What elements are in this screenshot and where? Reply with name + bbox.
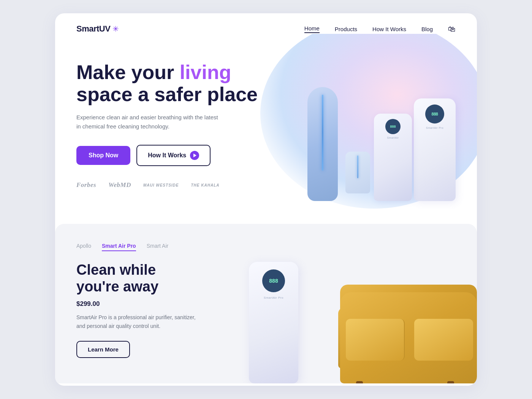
section-divider: [55, 212, 477, 224]
product-name: Clean while you're away: [76, 262, 221, 295]
hero-subtitle: Experience clean air and easier breathin…: [76, 113, 221, 131]
nav-how-it-works[interactable]: How It Works: [372, 26, 406, 32]
sofa-back: [340, 285, 477, 323]
nav-home[interactable]: Home: [304, 25, 320, 33]
tab-apollo[interactable]: Apollo: [76, 243, 91, 251]
display-medium: 888: [385, 119, 401, 134]
navbar: SmartUV ✳ Home Products How It Works Blo…: [55, 13, 477, 34]
how-it-works-button[interactable]: How It Works: [136, 145, 211, 166]
sofa-cushion-left: [346, 319, 405, 361]
hero-section: Make your living space a safer place Exp…: [55, 34, 477, 212]
brand-maui: MAUI WESTSIDE: [143, 183, 179, 187]
product-section: Apollo Smart Air Pro Smart Air Clean whi…: [55, 224, 477, 383]
sofa-arm-right: [462, 307, 477, 368]
ps-sofa: [332, 262, 477, 383]
product-group: 888 SmartAir Pro 888 SmartAir: [296, 57, 456, 201]
how-it-works-label: How It Works: [148, 152, 186, 159]
product-info: Clean while you're away $299.00 SmartAir…: [76, 262, 221, 358]
hero-content: Make your living space a safer place Exp…: [76, 61, 266, 189]
nav-links: Home Products How It Works Blog 🛍: [304, 25, 456, 33]
hero-title-prefix: Make your: [76, 61, 180, 83]
sofa-cushion-right: [414, 319, 473, 361]
hero-title: Make your living space a safer place: [76, 61, 266, 105]
logo-text: SmartUV: [76, 24, 110, 34]
logo: SmartUV ✳: [76, 24, 119, 34]
hero-product-image: 888 SmartAir Pro 888 SmartAir: [266, 49, 456, 201]
small-stripe: [357, 155, 358, 178]
sofa-tuft: [403, 307, 407, 311]
hero-buttons: Shop Now How It Works: [76, 145, 266, 166]
tab-smart-air[interactable]: Smart Air: [147, 243, 169, 251]
tab-smart-air-pro[interactable]: Smart Air Pro: [102, 243, 136, 251]
product-medium: 888 SmartAir: [374, 114, 412, 201]
product-small: [345, 152, 370, 193]
brand-logos: Forbes WebMD MAUI WESTSIDE THE KAHALA: [76, 181, 266, 189]
learn-more-button[interactable]: Learn More: [76, 341, 130, 358]
sofa-tuft: [363, 296, 367, 300]
logo-star: ✳: [112, 24, 119, 33]
page-wrapper: SmartUV ✳ Home Products How It Works Blo…: [55, 13, 477, 386]
brand-forbes: Forbes: [76, 181, 96, 189]
product-description: SmartAir Pro is a professional air purif…: [76, 313, 202, 330]
brand-webmd: WebMD: [108, 181, 131, 189]
sofa-tuft: [416, 296, 420, 300]
shop-now-button[interactable]: Shop Now: [76, 146, 130, 165]
sofa-tuft: [429, 307, 433, 311]
ps-purifier: 888 SmartAir Pro: [249, 262, 298, 383]
cart-icon[interactable]: 🛍: [448, 25, 456, 33]
sofa-body: [340, 292, 477, 383]
display-large: 888: [425, 104, 444, 124]
play-icon: [190, 151, 199, 160]
product-tabs: Apollo Smart Air Pro Smart Air: [76, 243, 456, 251]
tower-stripe: [322, 95, 323, 171]
hero-title-highlight: living: [180, 61, 231, 83]
sofa-leg-2: [356, 381, 363, 383]
nav-products[interactable]: Products: [335, 26, 357, 32]
hero-title-suffix: space a safer place: [76, 83, 258, 105]
brand-kahala: THE KAHALA: [191, 183, 219, 187]
sofa-arm-left: [338, 307, 353, 368]
product-section-images: 888 SmartAir Pro: [218, 239, 477, 383]
product-price: $299.00: [76, 300, 221, 308]
product-tower: [307, 87, 338, 201]
sofa-tuft: [443, 296, 446, 300]
product-large: 888 SmartAir Pro: [414, 98, 456, 201]
nav-blog[interactable]: Blog: [421, 26, 433, 32]
ps-display: 888: [262, 269, 285, 292]
sofa-leg-1: [447, 381, 454, 383]
sofa-tuft: [376, 307, 380, 311]
sofa-tuft: [390, 296, 393, 300]
